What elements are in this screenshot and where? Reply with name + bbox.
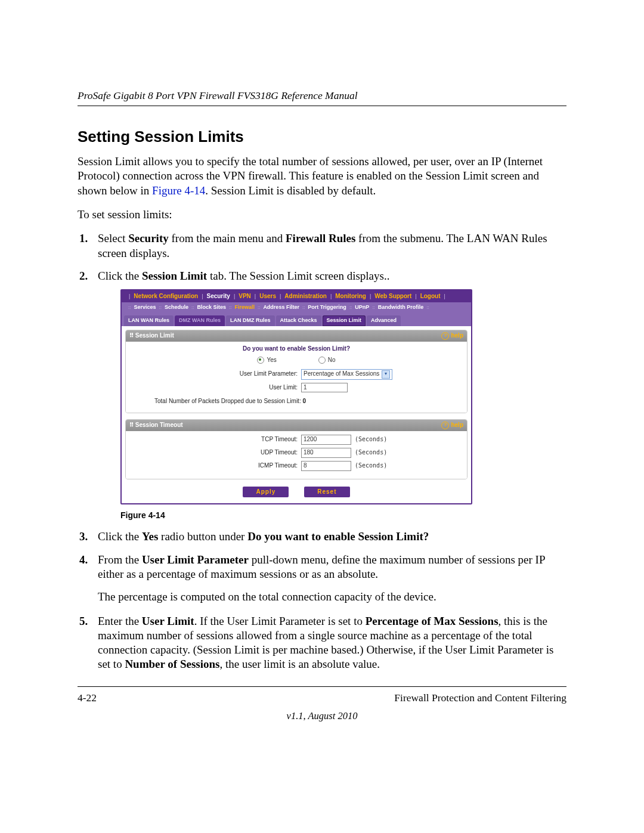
dropped-label: Total Number of Packets Dropped due to S…	[154, 398, 302, 404]
subnav-schedule[interactable]: Schedule	[165, 304, 188, 311]
subnav-bandwidth-profile[interactable]: Bandwidth Profile	[378, 304, 424, 311]
panel-body: TCP Timeout: 1200 (Seconds) UDP Timeout:…	[126, 431, 467, 478]
panel-head-session-limit: ⠿ Session Limit ?help	[126, 330, 467, 342]
nav-vpn[interactable]: VPN	[239, 293, 251, 301]
footer-line-1: 4-22 Firewall Protection and Content Fil…	[78, 692, 566, 704]
help-icon: ?	[441, 332, 449, 340]
subnav-block-sites[interactable]: Block Sites	[197, 304, 226, 311]
footer: 4-22 Firewall Protection and Content Fil…	[78, 686, 566, 722]
subnav-upnp[interactable]: UPnP	[355, 304, 369, 311]
row-user-limit-parameter: User Limit Parameter: Percentage of Max …	[131, 369, 462, 380]
subnav-address-filter[interactable]: Address Filter	[263, 304, 299, 311]
t: From the	[98, 553, 142, 566]
unit-seconds: (Seconds)	[355, 462, 462, 470]
ul-input[interactable]: 1	[301, 383, 348, 393]
tab-row: LAN WAN Rules DMZ WAN Rules LAN DMZ Rule…	[122, 313, 471, 327]
panel-title: ⠿ Session Timeout	[129, 422, 183, 429]
chevron-down-icon: ▾	[382, 370, 390, 379]
nav-web-support[interactable]: Web Support	[374, 293, 411, 301]
panel-area: ⠿ Session Limit ?help Do you want to ena…	[122, 326, 471, 503]
step-5: Enter the User Limit. If the User Limit …	[91, 614, 566, 672]
tcp-label: TCP Timeout:	[131, 436, 298, 444]
panel-title: ⠿ Session Limit	[129, 332, 174, 340]
tab-dmz-wan-rules[interactable]: DMZ WAN Rules	[175, 315, 225, 327]
tab-advanced[interactable]: Advanced	[367, 315, 401, 327]
t: Select	[98, 232, 128, 244]
running-head: ProSafe Gigabit 8 Port VPN Firewall FVS3…	[78, 89, 566, 106]
tab-session-limit[interactable]: Session Limit	[323, 315, 366, 327]
subnav-firewall[interactable]: Firewall	[234, 304, 255, 311]
figure-link[interactable]: Figure 4-14	[152, 184, 205, 197]
intro-paragraph: Session Limit allows you to specify the …	[78, 154, 566, 198]
panel-body: Do you want to enable Session Limit? Yes…	[126, 342, 467, 413]
subnav-port-triggering[interactable]: Port Triggering	[308, 304, 346, 311]
row-udp-timeout: UDP Timeout: 180 (Seconds)	[131, 448, 462, 458]
icmp-input[interactable]: 8	[301, 461, 351, 471]
row-tcp-timeout: TCP Timeout: 1200 (Seconds)	[131, 435, 462, 445]
t: Firewall Rules	[286, 232, 355, 244]
to-set-session-limits: To set session limits:	[78, 208, 566, 222]
dropped-value: 0	[302, 398, 306, 404]
radio-dot-icon	[257, 357, 264, 364]
tab-lan-dmz-rules[interactable]: LAN DMZ Rules	[226, 315, 275, 327]
step-3: Click the Yes radio button under Do you …	[91, 529, 566, 544]
udp-label: UDP Timeout:	[131, 449, 298, 457]
row-user-limit: User Limit: 1	[131, 383, 462, 393]
nav-logout[interactable]: Logout	[420, 293, 441, 301]
t: Session Limit	[142, 270, 207, 282]
t: Number of Sessions	[125, 658, 219, 670]
t: Do you want to enable Session Limit?	[247, 530, 429, 543]
t: User Limit Parameter	[142, 553, 249, 566]
t: radio button under	[158, 530, 247, 543]
nav-users[interactable]: Users	[259, 293, 276, 301]
t: . If the User Limit Parameter is set to	[194, 615, 366, 627]
packets-dropped-row: Total Number of Packets Dropped due to S…	[131, 395, 462, 408]
nav-network-configuration[interactable]: Network Configuration	[134, 293, 198, 301]
nav-administration[interactable]: Administration	[284, 293, 327, 301]
ulp-label: User Limit Parameter:	[131, 370, 298, 378]
ulp-value: Percentage of Max Sessions	[304, 370, 379, 378]
ul-label: User Limit:	[131, 384, 298, 392]
section-title: Setting Session Limits	[78, 128, 566, 146]
nav-monitoring[interactable]: Monitoring	[335, 293, 366, 301]
help-link[interactable]: ?help	[441, 332, 463, 340]
panel-session-limit: ⠿ Session Limit ?help Do you want to ena…	[125, 330, 467, 413]
step-2: Click the Session Limit tab. The Session…	[91, 269, 566, 521]
top-nav: | Network Configuration| Security| VPN| …	[122, 290, 471, 302]
subnav-services[interactable]: Services	[134, 304, 156, 311]
app-window: | Network Configuration| Security| VPN| …	[120, 289, 472, 504]
intro-text-b: . Session Limit is disabled by default.	[205, 184, 376, 197]
icmp-label: ICMP Timeout:	[131, 462, 298, 470]
reset-button[interactable]: Reset	[304, 487, 349, 498]
nav-sep: |	[125, 293, 134, 301]
page-number: 4-22	[78, 692, 97, 704]
t: Click the	[98, 530, 142, 543]
help-icon: ?	[441, 422, 449, 429]
step-4-extra: The percentage is computed on the total …	[98, 590, 566, 604]
tcp-input[interactable]: 1200	[301, 435, 351, 445]
ulp-select[interactable]: Percentage of Max Sessions ▾	[301, 369, 392, 380]
radio-dot-icon	[318, 357, 326, 364]
sub-nav: :: Services:: Schedule:: Block Sites:: F…	[122, 302, 471, 313]
t: Click the	[98, 270, 142, 282]
radio-yes[interactable]: Yes	[257, 357, 276, 364]
panel-session-timeout: ⠿ Session Timeout ?help TCP Timeout: 120…	[125, 419, 467, 479]
tab-lan-wan-rules[interactable]: LAN WAN Rules	[124, 315, 174, 327]
row-icmp-timeout: ICMP Timeout: 8 (Seconds)	[131, 461, 462, 471]
nav-security[interactable]: Security	[206, 293, 230, 301]
t: Security	[128, 232, 169, 244]
radio-no[interactable]: No	[318, 357, 336, 364]
t: Yes	[142, 530, 158, 543]
t: Enter the	[98, 615, 142, 627]
help-link[interactable]: ?help	[441, 422, 463, 429]
t: tab. The Session Limit screen displays..	[207, 270, 389, 282]
chapter-title: Firewall Protection and Content Filterin…	[394, 692, 566, 704]
apply-button[interactable]: Apply	[243, 487, 289, 498]
tab-attack-checks[interactable]: Attack Checks	[276, 315, 321, 327]
footer-version: v1.1, August 2010	[78, 710, 566, 722]
step-1: Select Security from the main menu and F…	[91, 231, 566, 261]
t: from the main menu and	[169, 232, 286, 244]
unit-seconds: (Seconds)	[355, 436, 462, 444]
udp-input[interactable]: 180	[301, 448, 351, 458]
manual-page: ProSafe Gigabit 8 Port VPN Firewall FVS3…	[0, 0, 644, 770]
